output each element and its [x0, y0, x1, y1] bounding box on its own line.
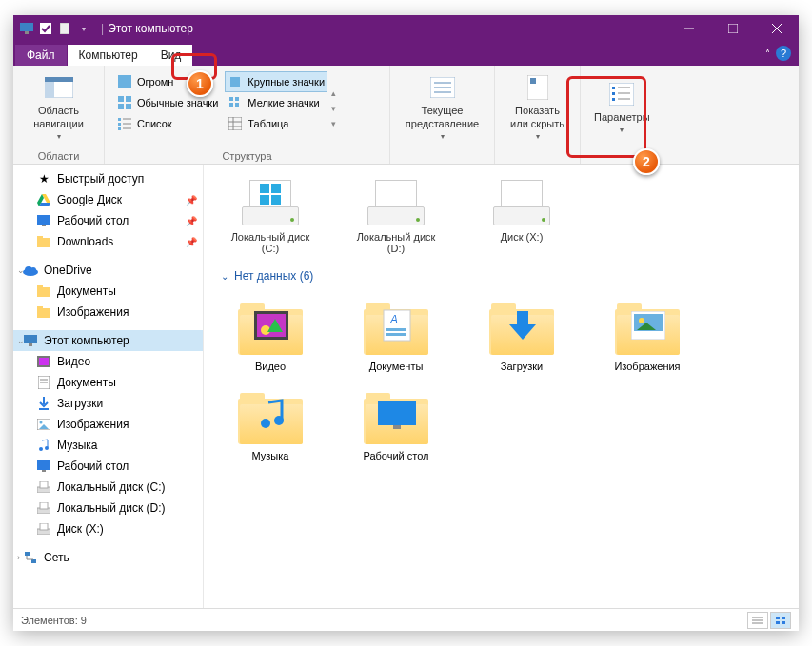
- nav-disk-c[interactable]: Локальный диск (C:): [13, 477, 203, 498]
- maximize-button[interactable]: [711, 15, 755, 42]
- section-header-nodata[interactable]: ⌄Нет данных (6): [204, 262, 799, 288]
- options-icon: [606, 81, 637, 108]
- current-view-button[interactable]: Текущее представление ▾: [396, 69, 488, 147]
- annotation-badge-1: 1: [187, 70, 213, 97]
- nav-onedrive-documents[interactable]: Документы: [13, 281, 203, 302]
- nav-onedrive-images[interactable]: Изображения: [13, 302, 203, 323]
- folder-video[interactable]: Видео: [223, 300, 318, 372]
- qat-dropdown-icon[interactable]: ▾: [76, 21, 91, 36]
- checkbox-icon[interactable]: [38, 21, 53, 36]
- folder-downloads[interactable]: Загрузки: [474, 300, 569, 372]
- nav-downloads[interactable]: Загрузки: [13, 393, 203, 414]
- chevron-down-icon: ▾: [620, 126, 624, 135]
- expand-icon[interactable]: ›: [17, 553, 20, 562]
- nav-documents[interactable]: Документы: [13, 372, 203, 393]
- show-hide-button[interactable]: Показать или скрыть ▾: [501, 69, 574, 147]
- view-icons-button[interactable]: [770, 612, 791, 629]
- nav-images[interactable]: Изображения: [13, 414, 203, 435]
- nav-music[interactable]: Музыка: [13, 435, 203, 456]
- svg-rect-82: [271, 184, 281, 193]
- nav-network[interactable]: ›Сеть: [13, 547, 203, 568]
- nav-disk-d[interactable]: Локальный диск (D:): [13, 498, 203, 519]
- nav-google-drive[interactable]: Google Диск📌: [13, 189, 203, 210]
- normal-icons-icon: [117, 95, 132, 110]
- svg-rect-25: [229, 103, 233, 107]
- drive-d[interactable]: Локальный диск (D:): [348, 180, 444, 254]
- svg-rect-24: [235, 97, 239, 101]
- nav-disk-x[interactable]: Диск (X:): [13, 519, 203, 539]
- svg-rect-76: [40, 502, 48, 509]
- expand-icon[interactable]: ⌄: [17, 265, 25, 275]
- svg-rect-47: [37, 215, 50, 225]
- layout-list[interactable]: Список: [114, 113, 221, 134]
- svg-rect-0: [20, 23, 33, 31]
- folder-music[interactable]: Музыка: [223, 389, 318, 461]
- annotation-badge-2: 2: [633, 148, 660, 175]
- nav-desktop[interactable]: Рабочий стол: [13, 456, 203, 477]
- navigation-pane-icon: [44, 74, 74, 101]
- svg-rect-100: [393, 425, 401, 429]
- folder-icon: A: [362, 300, 430, 355]
- minimize-button[interactable]: [667, 15, 711, 42]
- nav-desktop-pinned[interactable]: Рабочий стол📌: [13, 210, 203, 231]
- desktop-icon: [36, 213, 51, 228]
- document-icon: [36, 375, 51, 390]
- tab-file[interactable]: Файл: [15, 45, 67, 66]
- status-item-count: Элементов: 9: [21, 615, 87, 626]
- small-icons-icon: [228, 95, 243, 110]
- layout-scroll-down-icon[interactable]: ▾: [331, 104, 343, 113]
- folder-images[interactable]: Изображения: [600, 300, 695, 372]
- svg-point-98: [274, 416, 284, 425]
- svg-rect-50: [37, 236, 43, 240]
- nav-this-pc[interactable]: ⌄Этот компьютер: [13, 330, 203, 351]
- drive-icon: [366, 180, 426, 225]
- folder-desktop[interactable]: Рабочий стол: [348, 389, 444, 461]
- svg-rect-84: [271, 195, 281, 205]
- gdrive-icon: [36, 192, 51, 207]
- layout-small-icons[interactable]: Мелкие значки: [225, 92, 327, 113]
- video-icon: [36, 354, 51, 369]
- chevron-down-icon: ▾: [57, 132, 61, 142]
- network-icon: [23, 550, 38, 565]
- content-area[interactable]: Локальный диск (C:) Локальный диск (D:) …: [204, 165, 799, 608]
- navigation-pane-button[interactable]: Область навигации ▾: [19, 69, 98, 147]
- svg-rect-92: [386, 333, 406, 336]
- show-hide-label: Показать или скрыть: [508, 105, 566, 131]
- close-button[interactable]: [755, 15, 799, 42]
- drive-c[interactable]: Локальный диск (C:): [223, 180, 318, 254]
- help-icon[interactable]: ?: [776, 46, 791, 61]
- ribbon-tabs: Файл Компьютер Вид ˄ ?: [13, 42, 799, 66]
- tab-computer[interactable]: Компьютер: [68, 45, 149, 66]
- layout-large-icons[interactable]: Крупные значки: [225, 71, 327, 92]
- layout-more-icon[interactable]: ▾: [331, 119, 343, 128]
- cloud-icon: [23, 263, 38, 278]
- table-icon: [228, 116, 243, 131]
- svg-rect-11: [118, 75, 131, 88]
- nav-quick-access[interactable]: ★Быстрый доступ: [13, 168, 203, 189]
- navigation-pane[interactable]: ★Быстрый доступ Google Диск📌 Рабочий сто…: [13, 165, 204, 608]
- drive-icon: [491, 180, 552, 225]
- drive-x[interactable]: Диск (X:): [474, 180, 569, 254]
- svg-point-95: [639, 318, 644, 323]
- svg-rect-18: [118, 127, 121, 130]
- ribbon-collapse-icon[interactable]: ˄: [765, 49, 770, 59]
- svg-point-67: [40, 421, 43, 424]
- page-icon[interactable]: [57, 21, 72, 36]
- layout-scroll-up-icon[interactable]: ▴: [331, 88, 343, 98]
- svg-rect-10: [45, 77, 73, 82]
- svg-rect-22: [230, 77, 240, 87]
- tab-view[interactable]: Вид: [149, 45, 193, 66]
- ribbon-group-panes-label: Области: [13, 150, 104, 164]
- layout-table[interactable]: Таблица: [225, 113, 327, 134]
- svg-rect-83: [260, 195, 269, 205]
- nav-video[interactable]: Видео: [13, 351, 203, 372]
- explorer-window: ▾ | Этот компьютер Файл Компьютер Вид ˄ …: [13, 15, 799, 631]
- expand-icon[interactable]: ⌄: [17, 336, 25, 345]
- svg-rect-14: [118, 104, 124, 109]
- svg-rect-5: [728, 24, 738, 33]
- nav-downloads-pinned[interactable]: Downloads📌: [13, 231, 203, 252]
- nav-onedrive[interactable]: ⌄OneDrive: [13, 260, 203, 281]
- folder-documents[interactable]: A Документы: [348, 300, 444, 372]
- options-button[interactable]: Параметры ▾: [586, 69, 658, 147]
- view-details-button[interactable]: [747, 612, 768, 629]
